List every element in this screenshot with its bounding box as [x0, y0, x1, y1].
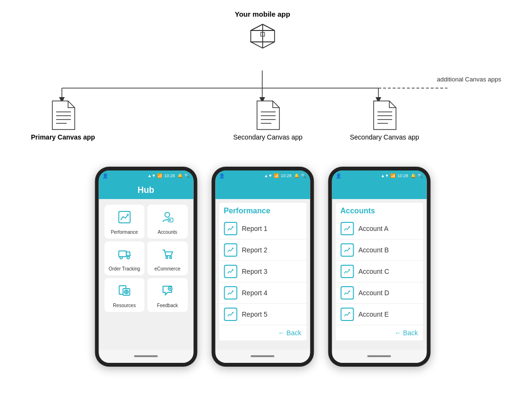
- phone-accounts: 👤 ▲▼ 📶 10:28 🔔 🔍 Accounts: [328, 167, 430, 367]
- report1-icon: [224, 222, 237, 235]
- performance-back-button[interactable]: ← Back: [219, 325, 306, 340]
- top-box: Your mobile app: [235, 10, 290, 50]
- statusbar-performance: 👤 ▲▼ 📶 10:28 🔔 🔍: [215, 170, 310, 181]
- accounts-icon: [161, 210, 174, 227]
- list-item-report5[interactable]: Report 5: [219, 304, 306, 325]
- svg-point-32: [127, 257, 129, 259]
- account-e-icon: [340, 308, 354, 321]
- top-box-label: Your mobile app: [235, 10, 290, 19]
- order-tracking-icon: [118, 247, 131, 263]
- account-d-icon: [340, 286, 354, 300]
- report5-icon: [224, 308, 237, 321]
- list-item-account-b[interactable]: Account B: [336, 240, 423, 261]
- home-bar-hub: [99, 350, 193, 363]
- list-item-report2[interactable]: Report 2: [219, 240, 306, 261]
- hub-tile-resources[interactable]: Resources: [104, 278, 145, 312]
- svg-rect-30: [119, 251, 126, 257]
- accounts-content: Accounts Account A: [332, 199, 426, 350]
- secondary-canvas-label-2: Secondary Canvas app: [350, 133, 419, 141]
- hub-tile-ecommerce[interactable]: eCommerce: [148, 241, 188, 275]
- feedback-icon: [161, 284, 174, 300]
- secondary-canvas-doc-1: Secondary Canvas app: [233, 100, 303, 141]
- secondary-canvas-label-1: Secondary Canvas app: [233, 133, 303, 141]
- home-indicator-3: [367, 355, 391, 357]
- report4-icon: [224, 286, 237, 300]
- phone-performance: 👤 ▲▼ 📶 10:28 🔔 🔍 Performance: [211, 167, 314, 367]
- performance-header: [215, 181, 310, 199]
- secondary-doc-icon-2: [371, 100, 397, 131]
- hub-tile-performance[interactable]: Performance: [104, 205, 145, 239]
- diagram-container: Your mobile app additional Canvas apps: [0, 0, 525, 420]
- hub-tile-order-tracking[interactable]: Order Tracking: [104, 241, 145, 275]
- performance-list: Performance Report 1: [219, 203, 306, 340]
- statusbar-accounts: 👤 ▲▼ 📶 10:28 🔔 🔍: [332, 170, 426, 181]
- accounts-section-title: Accounts: [336, 203, 423, 218]
- primary-canvas-doc: Primary Canvas app: [31, 100, 95, 141]
- home-bar-performance: [215, 350, 310, 363]
- report2-icon: [224, 243, 237, 257]
- primary-canvas-label: Primary Canvas app: [31, 133, 95, 141]
- secondary-canvas-doc-2: Secondary Canvas app: [350, 100, 419, 141]
- home-indicator-2: [251, 355, 275, 357]
- performance-content: Performance Report 1: [215, 199, 310, 350]
- list-item-report4[interactable]: Report 4: [219, 282, 306, 304]
- svg-point-26: [165, 212, 170, 217]
- primary-doc-icon: [50, 100, 76, 131]
- performance-section-title: Performance: [219, 203, 306, 218]
- list-item-account-a[interactable]: Account A: [336, 218, 423, 240]
- hub-content: Performance: [99, 199, 193, 350]
- hub-header: Hub: [99, 181, 193, 199]
- report3-icon: [224, 265, 237, 278]
- resources-icon: [118, 284, 131, 300]
- list-item-account-e[interactable]: Account E: [336, 304, 423, 325]
- account-c-icon: [340, 265, 354, 278]
- hub-tile-feedback[interactable]: Feedback: [148, 278, 188, 312]
- svg-point-31: [120, 257, 122, 259]
- additional-canvas-label: additional Canvas apps: [437, 75, 501, 84]
- performance-icon: [118, 210, 131, 227]
- home-indicator: [134, 355, 158, 357]
- accounts-list: Accounts Account A: [336, 203, 423, 340]
- mobile-app-icon: [248, 22, 277, 50]
- list-item-report3[interactable]: Report 3: [219, 261, 306, 282]
- accounts-header: [332, 181, 426, 199]
- ecommerce-icon: [161, 247, 174, 263]
- statusbar-hub: 👤 ▲▼ 📶 10:28 🔔 🔍: [99, 170, 193, 181]
- hub-grid: Performance: [102, 203, 189, 314]
- list-item-account-c[interactable]: Account C: [336, 261, 423, 282]
- list-item-report1[interactable]: Report 1: [219, 218, 306, 240]
- account-b-icon: [340, 243, 354, 257]
- svg-point-34: [170, 257, 172, 259]
- svg-point-33: [166, 257, 168, 259]
- phones-row: 👤 ▲▼ 📶 10:28 🔔 🔍 Hub: [95, 167, 430, 367]
- list-item-account-d[interactable]: Account D: [336, 282, 423, 304]
- home-bar-accounts: [332, 350, 426, 363]
- account-a-icon: [340, 222, 354, 235]
- phone-hub: 👤 ▲▼ 📶 10:28 🔔 🔍 Hub: [95, 167, 197, 367]
- accounts-back-button[interactable]: ← Back: [336, 325, 423, 340]
- hub-tile-accounts[interactable]: Accounts: [148, 205, 188, 239]
- secondary-doc-icon-1: [255, 100, 281, 131]
